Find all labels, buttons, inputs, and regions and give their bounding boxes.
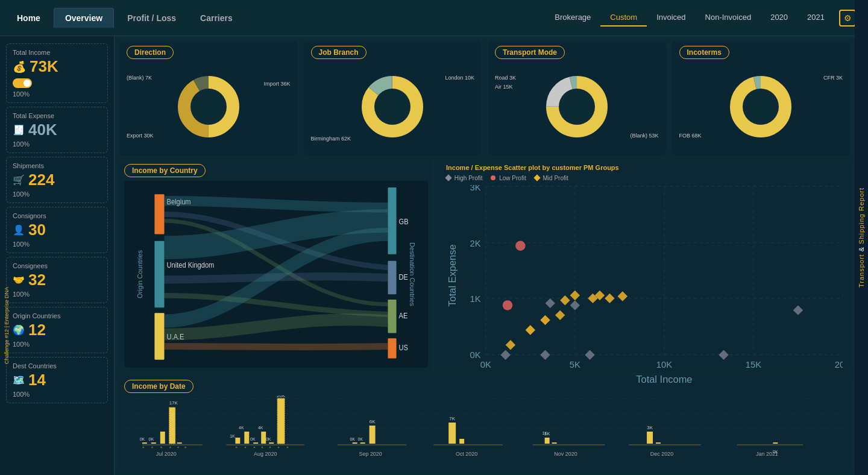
tab-carriers[interactable]: Carriers bbox=[189, 8, 244, 28]
svg-text:Jul 2020: Jul 2020 bbox=[156, 451, 177, 457]
svg-text:0K: 0K bbox=[480, 360, 491, 370]
transport-label-air: Air 15K bbox=[495, 84, 513, 90]
svg-text:Sep 2020: Sep 2020 bbox=[359, 451, 382, 457]
svg-text:×: × bbox=[269, 445, 271, 449]
svg-rect-97 bbox=[647, 432, 653, 444]
svg-rect-77 bbox=[169, 407, 175, 444]
svg-text:Nov 2020: Nov 2020 bbox=[554, 451, 577, 457]
total-income-card: Total Income 💰 73K 100% bbox=[6, 43, 108, 103]
svg-rect-27 bbox=[388, 300, 396, 333]
svg-text:0K: 0K bbox=[266, 437, 271, 441]
income-by-date-svg: 17K 20K 6K 7K bbox=[124, 395, 845, 462]
svg-point-3 bbox=[190, 89, 227, 125]
consignors-value: 30 bbox=[28, 221, 46, 239]
svg-marker-68 bbox=[793, 305, 803, 315]
filter-2021[interactable]: 2021 bbox=[797, 9, 834, 27]
consignees-label: Consignees bbox=[13, 262, 101, 269]
shipments-value: 224 bbox=[28, 171, 54, 189]
income-by-date-card: Income by Date 17K bbox=[119, 376, 850, 473]
svg-rect-82 bbox=[253, 442, 258, 444]
svg-rect-19 bbox=[154, 241, 164, 308]
income-by-date-chart: 17K 20K 6K 7K bbox=[124, 395, 845, 462]
svg-rect-99 bbox=[656, 442, 661, 444]
svg-text:Dec 2020: Dec 2020 bbox=[650, 451, 673, 457]
svg-text:0K: 0K bbox=[357, 437, 363, 441]
middle-section: Income by Country Origin Countries Desti… bbox=[119, 159, 850, 373]
filter-custom[interactable]: Custom bbox=[600, 9, 647, 27]
charts-row: Direction (Blank) 7K Import 36K Export 3… bbox=[119, 41, 850, 156]
svg-text:×: × bbox=[261, 445, 263, 449]
svg-rect-88 bbox=[360, 442, 365, 444]
svg-marker-69 bbox=[719, 350, 728, 359]
main-content: Direction (Blank) 7K Import 36K Export 3… bbox=[115, 36, 855, 475]
svg-text:20K: 20K bbox=[277, 395, 286, 398]
total-expense-card: Total Expense 🧾 40K 100% bbox=[6, 107, 108, 153]
svg-text:×: × bbox=[177, 445, 180, 449]
filter-brokerage[interactable]: Brokerage bbox=[545, 9, 600, 27]
filter-2020[interactable]: 2020 bbox=[761, 9, 797, 27]
filter-non-invoiced[interactable]: Non-Invoiced bbox=[696, 9, 761, 27]
consignees-card: Consignees 🤝 32 100% bbox=[6, 257, 108, 303]
svg-text:DE: DE bbox=[399, 272, 409, 281]
scatter-plot-area: 3K 2K 1K 0K 0K 5K 10K 15K 20K Total Inco… bbox=[446, 185, 843, 386]
money-bag-icon: 💰 bbox=[13, 60, 26, 74]
incoterms-title[interactable]: Incoterms bbox=[679, 46, 729, 59]
svg-rect-29 bbox=[388, 338, 396, 358]
tab-home[interactable]: Home bbox=[6, 8, 51, 28]
dest-countries-card: Dest Countries 🗺️ 14 100% bbox=[6, 357, 108, 403]
scatter-legend: High Profit Low Profit Mid Profit bbox=[446, 175, 843, 181]
job-branch-title[interactable]: Job Branch bbox=[311, 46, 366, 59]
svg-text:1K: 1K bbox=[470, 294, 480, 304]
svg-text:US: US bbox=[399, 344, 409, 352]
incoterms-donut-area: CFR 3K FOB 68K bbox=[679, 63, 843, 151]
challenge-text: Challenge #12 | Enterprise DNA bbox=[4, 287, 10, 364]
svg-rect-21 bbox=[154, 313, 164, 360]
svg-rect-81 bbox=[244, 432, 249, 444]
svg-text:Destination Countries: Destination Countries bbox=[409, 242, 415, 306]
transport-mode-title[interactable]: Transport Mode bbox=[495, 46, 565, 59]
direction-donut-area: (Blank) 7K Import 36K Export 30K bbox=[127, 63, 291, 151]
tab-overview[interactable]: Overview bbox=[54, 8, 114, 28]
svg-text:3K: 3K bbox=[647, 425, 653, 430]
origin-countries-row: 🌍 12 bbox=[13, 321, 101, 339]
tab-profit-loss[interactable]: Profit / Loss bbox=[116, 8, 187, 28]
filter-invoiced[interactable]: Invoiced bbox=[647, 9, 695, 27]
svg-text:1K: 1K bbox=[542, 431, 547, 435]
direction-title[interactable]: Direction bbox=[127, 46, 174, 59]
svg-text:×: × bbox=[253, 445, 256, 449]
filter-icon[interactable]: ⚙ bbox=[839, 10, 856, 27]
sankey-svg: Origin Countries Destination Countries B… bbox=[124, 181, 428, 368]
svg-text:Total Expense: Total Expense bbox=[447, 244, 458, 306]
sankey-inner: Origin Countries Destination Countries B… bbox=[124, 181, 428, 368]
svg-rect-89 bbox=[370, 426, 376, 444]
income-toggle[interactable] bbox=[13, 78, 32, 88]
total-expense-value: 40K bbox=[28, 121, 57, 139]
direction-donut bbox=[172, 71, 245, 143]
svg-text:Oct 2020: Oct 2020 bbox=[456, 451, 477, 457]
transport-mode-chart-card: Transport Mode Road 3K Air 15K (Blank) 5… bbox=[488, 41, 666, 156]
income-by-country-title[interactable]: Income by Country bbox=[124, 164, 206, 177]
svg-text:×: × bbox=[286, 445, 289, 449]
side-label: Transport & Shipping Report bbox=[855, 0, 868, 475]
direction-label-import: Import 36K bbox=[263, 81, 290, 87]
svg-marker-57 bbox=[560, 295, 570, 305]
svg-marker-67 bbox=[570, 300, 580, 310]
svg-text:0K: 0K bbox=[149, 437, 154, 441]
transport-mode-donut-area: Road 3K Air 15K (Blank) 53K bbox=[495, 63, 659, 151]
origin-countries-label: Origin Countries bbox=[13, 312, 101, 319]
top-filters: Brokerage Custom Invoiced Non-Invoiced 2… bbox=[545, 9, 856, 27]
svg-text:GB: GB bbox=[399, 217, 409, 225]
total-income-row: 💰 73K bbox=[13, 57, 101, 76]
total-expense-label: Total Expense bbox=[13, 112, 101, 119]
left-sidebar: Total Income 💰 73K 100% Total Expense 🧾 … bbox=[0, 36, 115, 475]
job-branch-donut bbox=[356, 71, 429, 143]
svg-rect-75 bbox=[151, 442, 156, 444]
challenge-label: Challenge #12 | Enterprise DNA bbox=[0, 271, 13, 380]
income-by-date-title[interactable]: Income by Date bbox=[124, 380, 193, 393]
svg-rect-91 bbox=[448, 423, 456, 444]
svg-rect-100 bbox=[773, 442, 778, 444]
shipments-label: Shipments bbox=[13, 162, 101, 169]
total-expense-pct: 100% bbox=[13, 140, 101, 148]
transport-label-road: Road 3K bbox=[495, 75, 516, 81]
side-label-text: Transport & Shipping Report bbox=[858, 187, 865, 288]
